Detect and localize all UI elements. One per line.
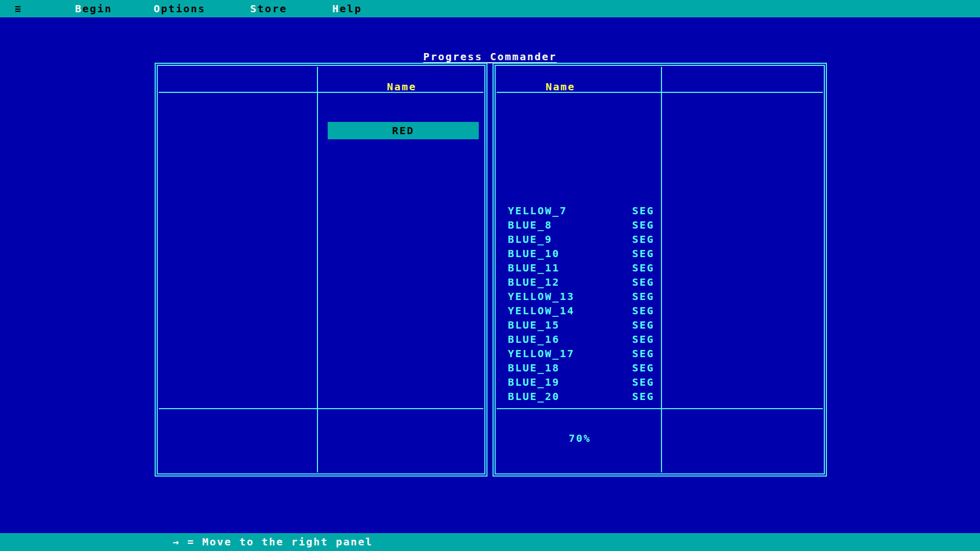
menu-label: tore — [258, 3, 287, 15]
menu-item-options[interactable]: Options — [154, 0, 206, 17]
status-text: = Move to the right panel — [180, 536, 373, 548]
file-type: SEG — [632, 318, 654, 332]
file-name: BLUE_8 — [508, 218, 552, 232]
left-panel-name-header: Name — [318, 81, 485, 92]
menu-hotkey: H — [332, 3, 340, 15]
status-message: → = Move to the right panel — [173, 533, 373, 551]
progress-percent: 70% — [498, 431, 662, 445]
file-name: BLUE_12 — [508, 275, 560, 289]
menu-item-begin[interactable]: Begin — [75, 0, 112, 17]
menu-item-help[interactable]: Help — [332, 0, 362, 17]
list-item[interactable]: YELLOW_17SEG — [508, 346, 654, 361]
file-type: SEG — [632, 304, 654, 318]
menu-label: ptions — [161, 3, 206, 15]
menu-label: egin — [83, 3, 112, 15]
right-panel-column-separator — [661, 67, 662, 472]
file-name: YELLOW_17 — [508, 346, 575, 361]
menu-label: elp — [340, 3, 362, 15]
hamburger-menu-icon[interactable]: ≡ — [15, 0, 22, 17]
file-name: YELLOW_14 — [508, 304, 575, 318]
file-type: SEG — [632, 375, 654, 389]
list-item[interactable]: BLUE_12SEG — [508, 275, 654, 289]
left-panel-header-separator — [159, 92, 483, 93]
left-panel-column-separator — [317, 67, 318, 472]
file-name: BLUE_10 — [508, 246, 560, 261]
menu-item-store[interactable]: Store — [250, 0, 287, 17]
file-type: SEG — [632, 289, 654, 304]
file-name: BLUE_18 — [508, 361, 560, 375]
file-type: SEG — [632, 261, 654, 275]
list-item[interactable]: BLUE_10SEG — [508, 246, 654, 261]
list-item[interactable]: BLUE_9SEG — [508, 232, 654, 246]
left-panel: Name RED — [155, 63, 487, 477]
file-type: SEG — [632, 346, 654, 361]
list-item[interactable]: YELLOW_13SEG — [508, 289, 654, 304]
file-type: SEG — [632, 332, 654, 346]
file-name: BLUE_20 — [508, 389, 560, 404]
list-item[interactable]: BLUE_19SEG — [508, 375, 654, 389]
menu-hotkey: B — [75, 3, 83, 15]
list-item[interactable]: BLUE_8SEG — [508, 218, 654, 232]
list-item[interactable]: BLUE_18SEG — [508, 361, 654, 375]
menu-bar: ≡ Begin Options Store Help — [0, 0, 980, 17]
file-name: BLUE_16 — [508, 332, 560, 346]
file-type: SEG — [632, 218, 654, 232]
menu-hotkey: S — [250, 3, 258, 15]
file-name: YELLOW_7 — [508, 204, 567, 218]
file-type: SEG — [632, 389, 654, 404]
list-item[interactable]: YELLOW_7SEG — [508, 204, 654, 218]
status-bar: → = Move to the right panel — [0, 533, 980, 551]
file-name: YELLOW_13 — [508, 289, 575, 304]
menu-hotkey: O — [154, 3, 161, 15]
page-title: Progress Commander — [0, 51, 980, 63]
file-name: BLUE_15 — [508, 318, 560, 332]
file-type: SEG — [632, 232, 654, 246]
list-item[interactable]: BLUE_16SEG — [508, 332, 654, 346]
file-type: SEG — [632, 275, 654, 289]
right-arrow-icon: → — [173, 536, 180, 548]
file-name: BLUE_11 — [508, 261, 560, 275]
file-list: YELLOW_7SEG BLUE_8SEG BLUE_9SEG BLUE_10S… — [508, 204, 654, 404]
right-panel-name-header: Name — [495, 81, 626, 92]
file-name: BLUE_19 — [508, 375, 560, 389]
left-panel-footer-separator — [159, 408, 483, 409]
file-type: SEG — [632, 204, 654, 218]
list-item[interactable]: BLUE_20SEG — [508, 389, 654, 404]
file-type: SEG — [632, 361, 654, 375]
list-item[interactable]: YELLOW_14SEG — [508, 304, 654, 318]
file-name: BLUE_9 — [508, 232, 552, 246]
selected-item-red[interactable]: RED — [328, 122, 479, 139]
file-type: SEG — [632, 246, 654, 261]
right-panel: Name YELLOW_7SEG BLUE_8SEG BLUE_9SEG BLU… — [493, 63, 827, 477]
list-item[interactable]: BLUE_11SEG — [508, 261, 654, 275]
list-item[interactable]: BLUE_15SEG — [508, 318, 654, 332]
right-panel-footer-separator — [497, 408, 823, 409]
